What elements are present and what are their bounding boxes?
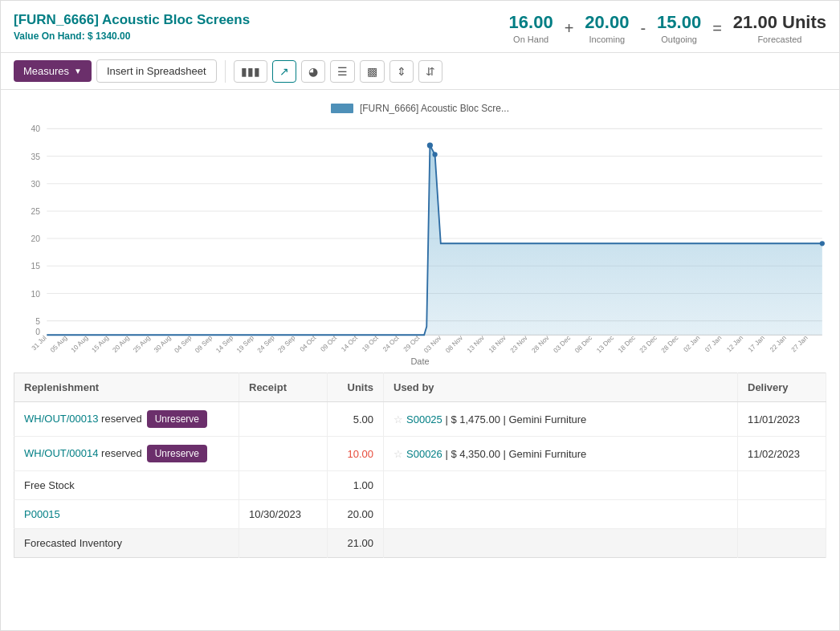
pie-chart-icon-button[interactable]: ◕ xyxy=(301,60,325,83)
used-by-cell xyxy=(384,529,738,558)
svg-text:25: 25 xyxy=(31,207,41,216)
chart-end-point xyxy=(820,241,825,246)
used-by-cell xyxy=(384,500,738,529)
insert-spreadsheet-button[interactable]: Insert in Spreadsheet xyxy=(96,59,217,83)
svg-text:14 Sep: 14 Sep xyxy=(214,334,234,353)
value-on-hand: Value On Hand: $ 1340.00 xyxy=(14,31,250,42)
outgoing-number: 15.00 xyxy=(657,12,701,33)
replenishment-table: Replenishment Receipt Units Used by Deli… xyxy=(14,372,826,558)
receipt-cell xyxy=(239,471,328,500)
product-title: [FURN_6666] Acoustic Bloc Screens xyxy=(14,12,250,28)
chart-container: [FURN_6666] Acoustic Bloc Scre... 40 35 … xyxy=(1,90,839,372)
incoming-stat: 20.00 Incoming xyxy=(585,12,629,44)
svg-text:18 Nov: 18 Nov xyxy=(487,334,508,353)
stack-icon-button[interactable]: ☰ xyxy=(330,60,355,83)
svg-text:19 Oct: 19 Oct xyxy=(361,334,380,353)
svg-text:28 Dec: 28 Dec xyxy=(660,334,680,353)
svg-text:07 Jan: 07 Jan xyxy=(703,334,723,353)
units-cell: 1.00 xyxy=(328,471,384,500)
toolbar: Measures ▼ Insert in Spreadsheet ▮▮▮ ↗ ◕… xyxy=(1,53,839,90)
sort-asc-icon-button[interactable]: ⇕ xyxy=(389,60,414,83)
replenishment-cell: WH/OUT/00013 reservedUnreserve xyxy=(14,402,239,437)
col-units: Units xyxy=(328,373,384,402)
replenishment-cell: Free Stock xyxy=(14,471,239,500)
receipt-cell: 10/30/2023 xyxy=(239,500,328,529)
used-by-link[interactable]: S00025 xyxy=(406,413,442,425)
svg-text:19 Sep: 19 Sep xyxy=(235,334,255,353)
area-chart-icon-button[interactable]: ▩ xyxy=(360,60,385,83)
chart-area: 40 35 30 25 20 15 10 5 0 xyxy=(14,120,826,353)
stats-bar: 16.00 On Hand + 20.00 Incoming - 15.00 O… xyxy=(509,12,826,44)
used-by-cell xyxy=(384,471,738,500)
svg-text:23 Nov: 23 Nov xyxy=(509,334,529,353)
delivery-cell: 11/01/2023 xyxy=(738,402,826,437)
replenishment-cell: WH/OUT/00014 reservedUnreserve xyxy=(14,437,239,471)
receipt-cell xyxy=(239,402,328,437)
table-row: P0001510/30/202320.00 xyxy=(14,500,826,529)
svg-text:25 Aug: 25 Aug xyxy=(132,334,152,353)
chart-legend: [FURN_6666] Acoustic Bloc Scre... xyxy=(14,103,826,114)
unreserve-button[interactable]: Unreserve xyxy=(147,445,207,462)
svg-text:17 Jan: 17 Jan xyxy=(747,334,766,353)
star-icon[interactable]: ☆ xyxy=(393,448,403,460)
units-cell: 21.00 xyxy=(328,529,384,558)
svg-text:02 Jan: 02 Jan xyxy=(683,334,702,353)
unreserve-button[interactable]: Unreserve xyxy=(147,410,207,428)
legend-swatch xyxy=(331,104,353,113)
svg-text:04 Oct: 04 Oct xyxy=(299,334,318,353)
svg-text:03 Dec: 03 Dec xyxy=(552,334,572,353)
table-row: Forecasted Inventory21.00 xyxy=(14,529,826,558)
svg-text:35: 35 xyxy=(31,153,41,161)
measures-button[interactable]: Measures ▼ xyxy=(14,60,92,82)
line-chart-icon-button[interactable]: ↗ xyxy=(272,60,296,83)
value-amount: $ 1340.00 xyxy=(88,31,130,42)
chart-svg: 40 35 30 25 20 15 10 5 0 xyxy=(14,120,826,353)
used-by-cell: ☆S00025 | $ 1,475.00 | Gemini Furniture xyxy=(384,402,738,437)
date-axis-label: Date xyxy=(14,353,826,372)
sort-desc-icon-button[interactable]: ⇵ xyxy=(418,60,442,83)
svg-text:5: 5 xyxy=(35,317,40,326)
col-replenishment: Replenishment xyxy=(14,373,239,402)
replenishment-link[interactable]: WH/OUT/00013 xyxy=(24,413,98,425)
svg-text:0: 0 xyxy=(35,328,40,336)
equals-operator: = xyxy=(709,19,725,38)
receipt-cell xyxy=(239,437,328,471)
svg-text:10 Aug: 10 Aug xyxy=(70,334,90,353)
svg-text:22 Jan: 22 Jan xyxy=(769,334,788,353)
star-icon[interactable]: ☆ xyxy=(393,413,403,425)
on-hand-number: 16.00 xyxy=(509,12,553,33)
svg-text:28 Nov: 28 Nov xyxy=(531,334,551,353)
receipt-cell xyxy=(239,529,328,558)
svg-text:09 Oct: 09 Oct xyxy=(320,334,339,353)
svg-text:24 Oct: 24 Oct xyxy=(381,334,401,353)
on-hand-label: On Hand xyxy=(509,35,553,44)
svg-text:08 Nov: 08 Nov xyxy=(444,334,464,353)
delivery-cell xyxy=(738,500,826,529)
svg-text:14 Oct: 14 Oct xyxy=(340,334,359,353)
svg-text:31 Jul: 31 Jul xyxy=(31,334,48,352)
svg-text:24 Sep: 24 Sep xyxy=(256,334,276,353)
col-delivery: Delivery xyxy=(738,373,826,402)
replenishment-link[interactable]: P00015 xyxy=(24,508,60,520)
minus-operator: - xyxy=(637,19,649,38)
replenishment-link[interactable]: WH/OUT/00014 xyxy=(24,447,98,459)
units-cell: 20.00 xyxy=(328,500,384,529)
bar-chart-icon-button[interactable]: ▮▮▮ xyxy=(234,60,267,83)
outgoing-label: Outgoing xyxy=(657,35,701,44)
svg-text:13 Nov: 13 Nov xyxy=(466,334,486,353)
chart-peak-point xyxy=(427,142,433,148)
replenishment-suffix: reserved xyxy=(98,447,141,459)
used-by-link[interactable]: S00026 xyxy=(406,448,442,460)
product-info: [FURN_6666] Acoustic Bloc Screens Value … xyxy=(14,12,250,42)
delivery-cell: 11/02/2023 xyxy=(738,437,826,471)
svg-text:27 Jan: 27 Jan xyxy=(790,334,809,353)
svg-text:20 Aug: 20 Aug xyxy=(111,334,131,353)
table-section: Replenishment Receipt Units Used by Deli… xyxy=(1,372,839,571)
forecasted-number: 21.00 Units xyxy=(733,12,826,33)
svg-text:04 Sep: 04 Sep xyxy=(173,334,194,353)
svg-text:08 Dec: 08 Dec xyxy=(573,334,593,353)
units-cell: 5.00 xyxy=(328,402,384,437)
col-receipt: Receipt xyxy=(239,373,328,402)
measures-label: Measures xyxy=(23,65,69,77)
measures-dropdown-arrow: ▼ xyxy=(74,67,82,75)
